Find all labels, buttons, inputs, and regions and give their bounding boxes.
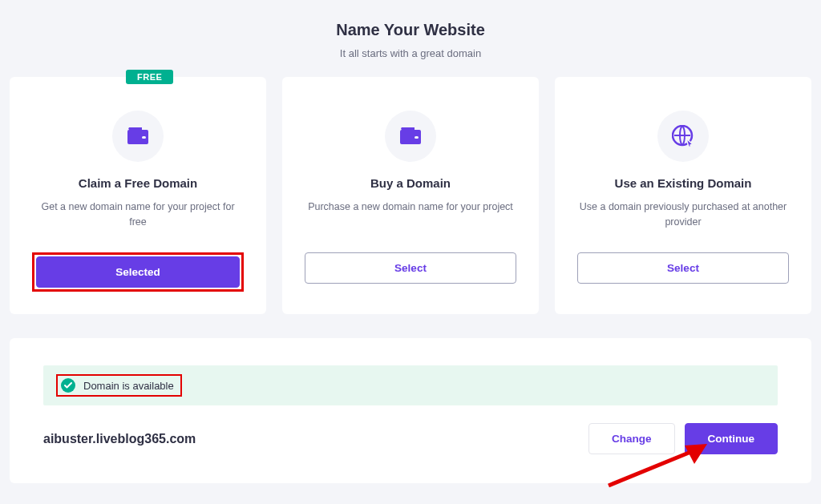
globe-icon xyxy=(657,111,709,162)
check-icon xyxy=(61,378,75,393)
svg-line-3 xyxy=(609,451,693,486)
select-button[interactable]: Select xyxy=(577,252,789,284)
card-title: Claim a Free Domain xyxy=(32,176,244,190)
card-title: Use an Existing Domain xyxy=(577,176,789,190)
card-desc: Purchase a new domain name for your proj… xyxy=(305,200,516,232)
page-title: Name Your Website xyxy=(0,21,821,39)
card-claim-free-domain: FREE Claim a Free Domain Get a new domai… xyxy=(10,77,266,314)
card-existing-domain: Use an Existing Domain Use a domain prev… xyxy=(555,77,811,314)
wallet-icon xyxy=(112,111,164,162)
card-desc: Use a domain previously purchased at ano… xyxy=(577,200,789,232)
domain-status-panel: Domain is available aibuster.liveblog365… xyxy=(10,338,811,483)
availability-text: Domain is available xyxy=(83,380,174,392)
page-subtitle: It all starts with a great domain xyxy=(0,47,821,59)
card-buy-domain: Buy a Domain Purchase a new domain name … xyxy=(282,77,539,314)
highlight-availability: Domain is available xyxy=(56,374,182,397)
change-button[interactable]: Change xyxy=(588,423,675,454)
select-button[interactable]: Select xyxy=(305,252,516,284)
svg-rect-1 xyxy=(415,136,419,139)
card-title: Buy a Domain xyxy=(305,176,516,190)
highlight-selected: Selected xyxy=(32,252,244,292)
domain-options-row: FREE Claim a Free Domain Get a new domai… xyxy=(0,77,821,314)
domain-name-display: aibuster.liveblog365.com xyxy=(43,432,196,446)
selected-button[interactable]: Selected xyxy=(36,256,240,288)
card-desc: Get a new domain name for your project f… xyxy=(32,200,244,232)
svg-rect-0 xyxy=(142,136,146,139)
continue-button[interactable]: Continue xyxy=(685,423,779,454)
wallet-icon xyxy=(385,111,436,162)
availability-bar: Domain is available xyxy=(43,365,778,405)
free-badge: FREE xyxy=(126,70,173,84)
